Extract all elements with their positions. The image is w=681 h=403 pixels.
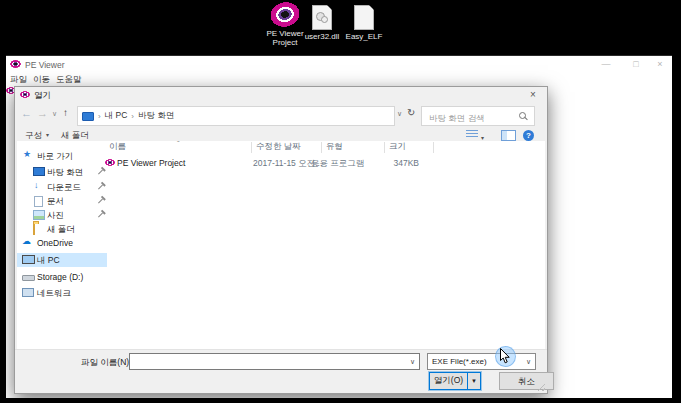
column-divider[interactable] [321,142,322,153]
file-icon [354,5,374,30]
breadcrumb-desktop[interactable]: 바탕 화면 [138,110,174,122]
sidebar-item-my-pc[interactable]: 내 PC [17,253,107,267]
open-button[interactable]: 열기(O) ▼ [429,372,481,390]
open-split-caret-icon[interactable]: ▼ [468,378,480,384]
filename-label: 파일 이름(N): [81,357,132,369]
up-icon[interactable]: ↑ [63,107,68,118]
menu-go[interactable]: 이동 [33,74,50,86]
preview-pane-icon[interactable] [501,130,516,141]
sidebar-item-downloads[interactable]: ↓ 다운로드 [17,180,107,194]
refresh-icon[interactable]: ↻ [407,107,415,118]
address-bar[interactable]: › 내 PC › 바탕 화면 [77,106,395,126]
view-chevron-down-icon[interactable]: ▾ [481,134,484,141]
sidebar-item-network[interactable]: 네트워크 [17,286,107,300]
breadcrumb-my-pc[interactable]: 내 PC [105,110,128,122]
navigation-bar: ← → ∨ ↑ › 내 PC › 바탕 화면 ∨ ↻ [15,103,547,128]
sidebar-item-new-folder[interactable]: 새 폴더 [17,222,107,236]
sidebar-item-pictures[interactable]: 사진 [17,208,107,222]
view-list-icon[interactable] [466,130,478,139]
history-chevron-down-icon[interactable]: ∨ [52,110,57,118]
sidebar-item-onedrive[interactable]: ☁ OneDrive [17,236,107,250]
filetype-value: EXE File(*.exe) [432,357,487,366]
filetype-dropdown[interactable]: EXE File(*.exe) ∨ [427,353,536,370]
minimize-button[interactable]: — [597,57,615,72]
table-row[interactable]: PE Viewer Project 2017-11-15 오전... 응용 프로… [105,155,545,170]
back-icon[interactable]: ← [21,107,32,119]
pe-viewer-window: PE Viewer — □ × 파일 이동 도움말 열기 × ← → ∨ ↑ [6,55,672,398]
document-icon [34,196,43,207]
dialog-footer: 파일 이름(N): ∨ EXE File(*.exe) ∨ 열기(O) ▼ 취소 [15,349,547,393]
file-size: 347KB [363,158,419,168]
dll-file-icon [312,5,332,30]
sidebar-item-documents[interactable]: 문서 [17,194,107,208]
chevron-down-icon[interactable]: ∨ [410,358,415,366]
dialog-title: 열기 [34,90,51,102]
maximize-button[interactable]: □ [627,57,645,72]
sidebar-item-quick-access[interactable]: ★ 바로 가기 [17,149,107,163]
organize-chevron-down-icon[interactable]: ▾ [46,131,49,138]
star-icon: ★ [23,149,31,159]
pc-icon [22,255,35,264]
file-name[interactable]: PE Viewer Project [117,158,185,168]
cloud-icon: ☁ [22,236,31,246]
sort-ascending-icon: ˆ [177,139,180,148]
pe-viewer-eye-icon [20,91,30,98]
desktop-icon-easy-elf[interactable]: Easy_ELF [336,5,392,41]
column-header-name[interactable]: 이름 [109,141,126,154]
window-title: PE Viewer [25,60,65,70]
open-button-label: 열기(O) [430,375,467,387]
pe-viewer-eye-icon [10,60,21,68]
column-header-type[interactable]: 유형 [326,141,343,154]
mouse-cursor [500,348,511,364]
cancel-button[interactable]: 취소 [499,372,554,390]
search-input[interactable] [427,109,517,127]
dialog-titlebar[interactable]: 열기 × [15,87,547,103]
column-divider[interactable] [433,142,434,153]
folder-icon [33,223,35,235]
menu-help[interactable]: 도움말 [56,74,82,86]
chevron-down-icon: ∨ [526,358,531,366]
picture-icon [33,210,45,220]
column-divider[interactable] [384,142,385,153]
sidebar-item-storage-d[interactable]: Storage (D:) [17,270,107,284]
window-titlebar[interactable]: PE Viewer — □ × [6,56,672,73]
pin-icon [98,170,103,175]
screen: PE Viewer Project user32.dll Easy_ELF PE… [0,0,681,403]
drive-icon [22,275,35,281]
address-chevron-down-icon[interactable]: ∨ [397,110,402,118]
pin-icon [98,213,103,218]
filename-input[interactable] [133,354,407,369]
column-divider[interactable] [251,142,252,153]
forward-icon[interactable]: → [37,107,48,119]
file-type: 응용 프로그램 [311,158,364,170]
desktop-icon-label: Easy_ELF [336,32,392,41]
file-browser: 이름 ˆ 수정한 날짜 유형 크기 PE Viewer Project 2017… [17,141,545,349]
pin-icon [98,185,103,190]
menu-bar: 파일 이동 도움말 [6,73,672,86]
column-header-date[interactable]: 수정한 날짜 [256,141,301,154]
chevron-right-icon: › [98,112,101,121]
network-icon [22,288,34,297]
open-dialog: 열기 × ← → ∨ ↑ › 내 PC › 바탕 화면 ∨ ↻ [14,86,548,394]
search-box[interactable] [421,106,535,126]
gear-icon [321,16,328,23]
column-header-size[interactable]: 크기 [389,141,406,154]
dialog-close-button[interactable]: × [521,87,545,103]
filename-combobox[interactable]: ∨ [129,353,420,370]
menu-file[interactable]: 파일 [10,74,27,86]
sidebar-item-desktop[interactable]: 바탕 화면 [17,165,107,179]
help-icon[interactable]: ? [523,130,534,141]
search-icon [519,112,526,119]
desktop-icon [33,167,45,176]
pc-icon [82,112,94,121]
pin-icon [98,199,103,204]
chevron-right-icon: › [131,112,134,121]
download-arrow-icon: ↓ [34,180,39,190]
close-button[interactable]: × [651,57,669,72]
